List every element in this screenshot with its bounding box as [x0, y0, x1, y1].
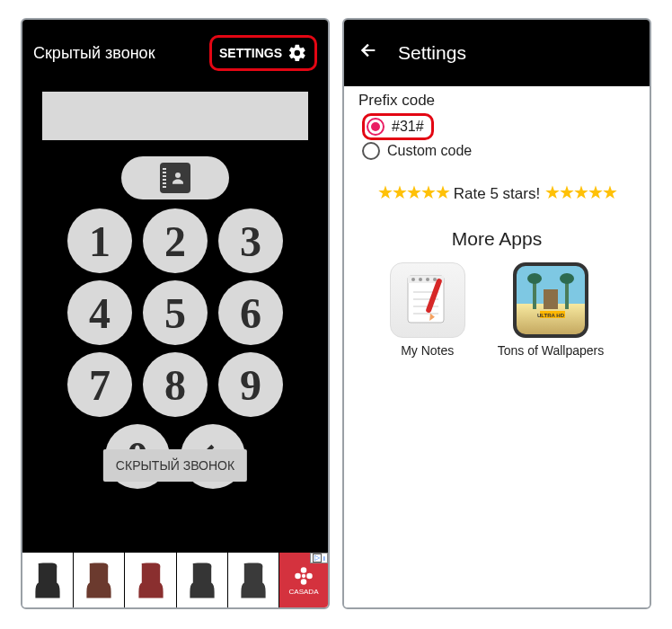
- ad-item-5: [228, 553, 279, 607]
- phone-right: Settings Prefix code #31# Custom code ★★…: [342, 18, 651, 609]
- app-title: Скрытый звонок: [33, 44, 155, 63]
- star-icon: ★★★★★: [544, 182, 616, 202]
- svg-point-11: [433, 278, 437, 281]
- svg-rect-22: [544, 289, 558, 309]
- rate-row[interactable]: ★★★★★ Rate 5 stars! ★★★★★: [357, 182, 637, 203]
- svg-point-5: [302, 574, 305, 578]
- prefix-radio-group: #31# Custom code: [362, 113, 637, 162]
- key-4[interactable]: 4: [67, 280, 132, 345]
- ad-item-4: [177, 553, 228, 607]
- key-1[interactable]: 1: [67, 208, 132, 273]
- app-wallpapers-label: Tons of Wallpapers: [498, 343, 605, 358]
- gear-icon: [287, 43, 307, 63]
- key-9[interactable]: 9: [218, 352, 283, 417]
- info-icon[interactable]: i: [323, 554, 325, 563]
- radio-icon: [362, 142, 380, 160]
- settings-button[interactable]: SETTINGS: [209, 35, 317, 71]
- radio-custom-label: Custom code: [387, 143, 472, 159]
- app-my-notes[interactable]: My Notes: [390, 262, 465, 358]
- radio-31-label: #31#: [392, 119, 424, 135]
- svg-point-2: [295, 573, 301, 580]
- key-7[interactable]: 7: [67, 352, 132, 417]
- ad-logo-text: CASADA: [289, 588, 319, 596]
- key-2[interactable]: 2: [143, 208, 208, 273]
- svg-point-8: [411, 278, 415, 281]
- ad-badge[interactable]: ▷ i: [310, 553, 328, 563]
- key-5[interactable]: 5: [143, 280, 208, 345]
- back-button[interactable]: [358, 40, 378, 66]
- settings-title: Settings: [398, 42, 466, 64]
- key-6[interactable]: 6: [218, 280, 283, 345]
- ad-banner[interactable]: CASADA ▷ i: [22, 552, 328, 607]
- ad-item-1: [22, 553, 74, 607]
- svg-point-4: [301, 579, 307, 585]
- phone-left: Скрытый звонок SETTINGS 1 2 3 4 5: [21, 18, 330, 609]
- left-body: 1 2 3 4 5 6 7 8 9 0 СКРЫТЫЙ ЗВОНОК: [22, 86, 328, 552]
- app-my-notes-label: My Notes: [390, 343, 465, 358]
- prefix-code-label: Prefix code: [358, 92, 637, 110]
- ad-item-3: [125, 553, 176, 607]
- app-wallpapers[interactable]: ULTRA HD Tons of Wallpapers: [498, 262, 605, 358]
- svg-text:ULTRA HD: ULTRA HD: [537, 313, 565, 318]
- svg-point-21: [560, 273, 574, 284]
- right-body: Prefix code #31# Custom code ★★★★★ Rate …: [344, 86, 650, 607]
- arrow-left-icon: [358, 40, 378, 60]
- settings-label: SETTINGS: [219, 46, 282, 60]
- left-header: Скрытый звонок SETTINGS: [22, 20, 328, 86]
- svg-point-1: [301, 567, 307, 573]
- radio-31[interactable]: #31#: [362, 113, 434, 140]
- flower-icon: [292, 564, 315, 588]
- right-header: Settings: [344, 20, 650, 86]
- rate-text: Rate 5 stars!: [449, 185, 544, 202]
- wallpapers-icon: ULTRA HD: [513, 262, 588, 338]
- ad-item-2: [74, 553, 125, 607]
- svg-point-10: [426, 278, 429, 281]
- notes-icon: [390, 262, 465, 338]
- more-apps-title: More Apps: [357, 228, 637, 250]
- number-display[interactable]: [42, 92, 308, 140]
- toast: СКРЫТЫЙ ЗВОНОК: [103, 449, 247, 482]
- key-3[interactable]: 3: [218, 208, 283, 273]
- apps-row: My Notes ULTRA HD To: [357, 262, 637, 358]
- contacts-button[interactable]: [121, 156, 229, 199]
- svg-point-9: [419, 278, 422, 281]
- svg-point-19: [527, 273, 542, 284]
- radio-icon: [367, 118, 385, 136]
- contacts-icon: [160, 163, 190, 193]
- svg-point-3: [306, 573, 313, 580]
- radio-custom[interactable]: Custom code: [362, 140, 637, 162]
- dialpad: 1 2 3 4 5 6 7 8 9: [67, 208, 283, 417]
- key-8[interactable]: 8: [143, 352, 208, 417]
- svg-point-0: [175, 173, 181, 178]
- close-icon[interactable]: ▷: [313, 554, 322, 563]
- star-icon: ★★★★★: [377, 182, 449, 202]
